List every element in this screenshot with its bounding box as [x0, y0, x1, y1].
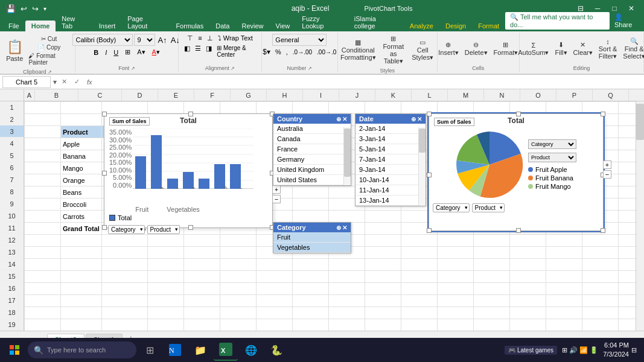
slicer-item-5jan[interactable]: 5-Jan-14: [355, 144, 426, 154]
cell-E17[interactable]: [184, 295, 220, 307]
cell-H15[interactable]: [293, 271, 329, 283]
cell-B1[interactable]: [61, 102, 102, 114]
tab-insert[interactable]: Insert: [93, 21, 122, 31]
cell-L1[interactable]: [438, 102, 474, 114]
cell-A10[interactable]: [25, 211, 61, 223]
tab-analyze[interactable]: Analyze: [404, 21, 439, 31]
undo-icon[interactable]: ↩: [19, 3, 28, 14]
taskbar-time[interactable]: 6:04 PM 7/3/2024: [603, 341, 629, 360]
slicer-item-10jan[interactable]: 10-Jan-14: [355, 175, 426, 185]
vertical-scrollbar[interactable]: [636, 101, 644, 331]
cell-L12[interactable]: [438, 235, 474, 247]
date-slicer[interactable]: Date ⊕ ✕ 2-Jan-14 3-Jan-14 5-Jan-14 7-Ja…: [355, 113, 426, 206]
row-11[interactable]: 11: [0, 222, 24, 234]
cell-O17[interactable]: [546, 295, 582, 307]
tab-new-tab[interactable]: New Tab: [56, 13, 92, 31]
taskview-button[interactable]: ⊞: [138, 339, 162, 361]
country-slicer[interactable]: Country ⊕ ✕ Australia Canada France Germ…: [273, 113, 351, 186]
cell-L16[interactable]: [438, 283, 474, 295]
fill-color-button[interactable]: A▾: [135, 47, 147, 57]
wrap-text-button[interactable]: ⤵ Wrap Text: [216, 34, 255, 43]
share-button[interactable]: 👤 Share: [614, 13, 642, 28]
tab-formulas[interactable]: Formulas: [170, 21, 209, 31]
cell-C17[interactable]: [101, 295, 147, 307]
cell-A1[interactable]: [25, 102, 61, 114]
cell-C12[interactable]: [101, 235, 147, 247]
cell-I17[interactable]: [329, 295, 365, 307]
slicer-item-11jan[interactable]: 11-Jan-14: [355, 185, 426, 195]
cell-A4[interactable]: [25, 138, 61, 150]
row-12[interactable]: 12: [0, 234, 24, 246]
cell-P15[interactable]: [582, 271, 619, 283]
cell-D1[interactable]: [148, 102, 184, 114]
taskbar-excel[interactable]: X: [214, 339, 238, 361]
cell-F1[interactable]: [220, 102, 257, 114]
cell-M14[interactable]: [474, 259, 510, 271]
cell-J12[interactable]: [365, 235, 401, 247]
row-9[interactable]: 9: [0, 198, 24, 210]
cell-B13[interactable]: [61, 247, 102, 259]
cell-D18[interactable]: [148, 307, 184, 319]
row-8[interactable]: 8: [0, 186, 24, 198]
pie-resize-w[interactable]: [427, 173, 432, 177]
col-header-R[interactable]: R: [629, 89, 644, 101]
col-header-F[interactable]: F: [194, 89, 231, 101]
increase-decimal-button[interactable]: .0→.00: [291, 48, 314, 56]
col-header-N[interactable]: N: [484, 89, 520, 101]
cell-J13[interactable]: [365, 247, 401, 259]
fill-button[interactable]: ⬇Fill▾: [552, 40, 569, 58]
cell-C14[interactable]: [101, 259, 147, 271]
cell-B9[interactable]: Broccoli: [61, 198, 102, 211]
col-header-G[interactable]: G: [231, 89, 267, 101]
col-header-B[interactable]: B: [35, 89, 78, 101]
cell-J18[interactable]: [365, 307, 401, 319]
pie-chart[interactable]: Sum of Sales Total: [429, 113, 604, 231]
col-header-O[interactable]: O: [520, 89, 556, 101]
cell-A2[interactable]: [25, 114, 61, 126]
cell-N13[interactable]: [510, 247, 546, 259]
tab-format[interactable]: Format: [472, 21, 505, 31]
cell-O18[interactable]: [546, 307, 582, 319]
cell-D12[interactable]: [148, 235, 184, 247]
cell-J11[interactable]: [365, 223, 401, 235]
cell-I18[interactable]: [329, 307, 365, 319]
pie-resize-nw[interactable]: [427, 112, 432, 116]
row-15[interactable]: 15: [0, 270, 24, 282]
col-header-M[interactable]: M: [448, 89, 484, 101]
cell-D17[interactable]: [148, 295, 184, 307]
cell-B8[interactable]: Beans: [61, 186, 102, 198]
row-10[interactable]: 10: [0, 210, 24, 222]
conditional-formatting-button[interactable]: ▦ConditionalFormatting▾: [340, 37, 377, 63]
cell-O19[interactable]: [546, 319, 582, 331]
slicer-item-vegetables[interactable]: Vegetables: [273, 243, 351, 253]
cell-M19[interactable]: [474, 319, 510, 331]
legend-category-select[interactable]: Category: [528, 139, 576, 149]
cell-C13[interactable]: [101, 247, 147, 259]
cell-P14[interactable]: [582, 259, 619, 271]
cell-J17[interactable]: [365, 295, 401, 307]
cell-F15[interactable]: [220, 271, 257, 283]
tab-page-layout[interactable]: Page Layout: [121, 13, 170, 31]
format-painter-button[interactable]: 🖌 Format Painter: [27, 52, 71, 66]
slicer-item-australia[interactable]: Australia: [273, 124, 351, 134]
taskbar-edge[interactable]: 🌐: [239, 339, 263, 361]
slicer-item-france[interactable]: France: [273, 144, 351, 154]
resize-handle-n[interactable]: [188, 112, 193, 116]
cell-F18[interactable]: [220, 307, 257, 319]
cell-O15[interactable]: [546, 271, 582, 283]
col-header-D[interactable]: D: [122, 89, 158, 101]
slicer-item-2jan[interactable]: 2-Jan-14: [355, 124, 426, 134]
cell-G15[interactable]: [257, 271, 293, 283]
cell-K14[interactable]: [401, 259, 438, 271]
col-header-E[interactable]: E: [158, 89, 194, 101]
cell-B7[interactable]: Orange: [61, 174, 102, 186]
slicer-item-canada[interactable]: Canada: [273, 134, 351, 144]
cell-M18[interactable]: [474, 307, 510, 319]
row-16[interactable]: 16: [0, 282, 24, 294]
cell-I19[interactable]: [329, 319, 365, 331]
quick-access-toolbar[interactable]: 💾 ↩ ↪ ▾: [5, 3, 48, 14]
tab-data[interactable]: Data: [209, 21, 235, 31]
cell-P12[interactable]: [582, 235, 619, 247]
currency-button[interactable]: $▾: [261, 47, 272, 57]
cell-B18[interactable]: [61, 307, 102, 319]
